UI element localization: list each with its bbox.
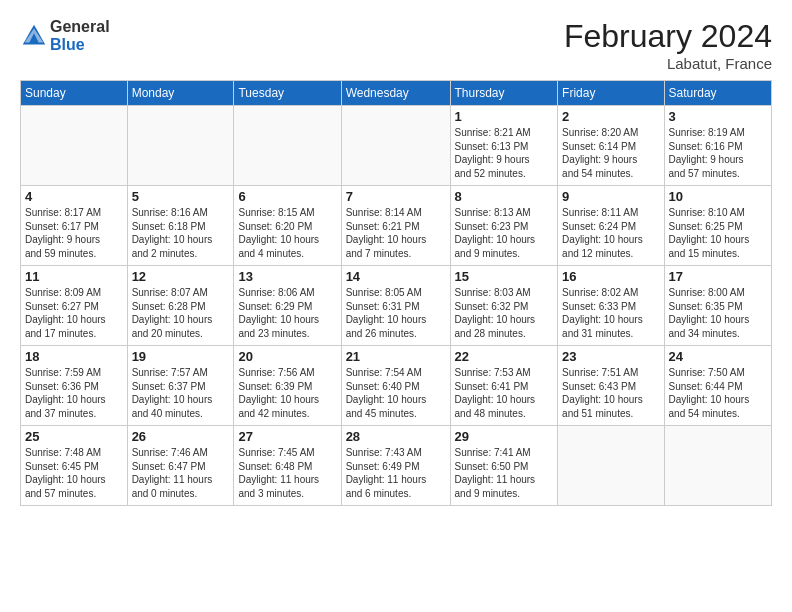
day-number: 24 xyxy=(669,349,767,364)
day-number: 13 xyxy=(238,269,336,284)
day-number: 5 xyxy=(132,189,230,204)
day-info: Sunrise: 7:59 AM Sunset: 6:36 PM Dayligh… xyxy=(25,366,123,420)
title-area: February 2024 Labatut, France xyxy=(564,18,772,72)
header-tuesday: Tuesday xyxy=(234,81,341,106)
day-number: 16 xyxy=(562,269,659,284)
header: General Blue February 2024 Labatut, Fran… xyxy=(20,18,772,72)
day-info: Sunrise: 8:03 AM Sunset: 6:32 PM Dayligh… xyxy=(455,286,554,340)
day-info: Sunrise: 7:50 AM Sunset: 6:44 PM Dayligh… xyxy=(669,366,767,420)
day-info: Sunrise: 8:13 AM Sunset: 6:23 PM Dayligh… xyxy=(455,206,554,260)
day-info: Sunrise: 8:05 AM Sunset: 6:31 PM Dayligh… xyxy=(346,286,446,340)
calendar-day-cell: 1Sunrise: 8:21 AM Sunset: 6:13 PM Daylig… xyxy=(450,106,558,186)
calendar-day-cell: 20Sunrise: 7:56 AM Sunset: 6:39 PM Dayli… xyxy=(234,346,341,426)
calendar-day-cell: 24Sunrise: 7:50 AM Sunset: 6:44 PM Dayli… xyxy=(664,346,771,426)
calendar-day-cell: 27Sunrise: 7:45 AM Sunset: 6:48 PM Dayli… xyxy=(234,426,341,506)
day-number: 12 xyxy=(132,269,230,284)
logo-general-text: General xyxy=(50,18,110,36)
calendar-day-cell: 16Sunrise: 8:02 AM Sunset: 6:33 PM Dayli… xyxy=(558,266,664,346)
day-number: 2 xyxy=(562,109,659,124)
calendar-week-row: 25Sunrise: 7:48 AM Sunset: 6:45 PM Dayli… xyxy=(21,426,772,506)
day-info: Sunrise: 8:16 AM Sunset: 6:18 PM Dayligh… xyxy=(132,206,230,260)
day-number: 1 xyxy=(455,109,554,124)
day-number: 15 xyxy=(455,269,554,284)
month-title: February 2024 xyxy=(564,18,772,55)
day-number: 25 xyxy=(25,429,123,444)
calendar-day-cell: 19Sunrise: 7:57 AM Sunset: 6:37 PM Dayli… xyxy=(127,346,234,426)
day-info: Sunrise: 8:10 AM Sunset: 6:25 PM Dayligh… xyxy=(669,206,767,260)
day-number: 26 xyxy=(132,429,230,444)
calendar-day-cell: 7Sunrise: 8:14 AM Sunset: 6:21 PM Daylig… xyxy=(341,186,450,266)
day-info: Sunrise: 8:06 AM Sunset: 6:29 PM Dayligh… xyxy=(238,286,336,340)
calendar-day-cell: 28Sunrise: 7:43 AM Sunset: 6:49 PM Dayli… xyxy=(341,426,450,506)
calendar-day-cell: 21Sunrise: 7:54 AM Sunset: 6:40 PM Dayli… xyxy=(341,346,450,426)
day-number: 6 xyxy=(238,189,336,204)
day-number: 7 xyxy=(346,189,446,204)
header-friday: Friday xyxy=(558,81,664,106)
calendar-day-cell: 17Sunrise: 8:00 AM Sunset: 6:35 PM Dayli… xyxy=(664,266,771,346)
calendar-day-cell: 11Sunrise: 8:09 AM Sunset: 6:27 PM Dayli… xyxy=(21,266,128,346)
header-saturday: Saturday xyxy=(664,81,771,106)
day-info: Sunrise: 7:54 AM Sunset: 6:40 PM Dayligh… xyxy=(346,366,446,420)
calendar-day-cell: 25Sunrise: 7:48 AM Sunset: 6:45 PM Dayli… xyxy=(21,426,128,506)
calendar-week-row: 4Sunrise: 8:17 AM Sunset: 6:17 PM Daylig… xyxy=(21,186,772,266)
day-info: Sunrise: 7:53 AM Sunset: 6:41 PM Dayligh… xyxy=(455,366,554,420)
calendar-week-row: 11Sunrise: 8:09 AM Sunset: 6:27 PM Dayli… xyxy=(21,266,772,346)
calendar-day-cell: 26Sunrise: 7:46 AM Sunset: 6:47 PM Dayli… xyxy=(127,426,234,506)
day-number: 9 xyxy=(562,189,659,204)
day-number: 23 xyxy=(562,349,659,364)
day-number: 10 xyxy=(669,189,767,204)
day-number: 28 xyxy=(346,429,446,444)
day-info: Sunrise: 8:20 AM Sunset: 6:14 PM Dayligh… xyxy=(562,126,659,180)
calendar-day-cell: 22Sunrise: 7:53 AM Sunset: 6:41 PM Dayli… xyxy=(450,346,558,426)
logo: General Blue xyxy=(20,18,110,53)
calendar-day-cell xyxy=(664,426,771,506)
day-number: 17 xyxy=(669,269,767,284)
calendar-week-row: 18Sunrise: 7:59 AM Sunset: 6:36 PM Dayli… xyxy=(21,346,772,426)
day-info: Sunrise: 7:43 AM Sunset: 6:49 PM Dayligh… xyxy=(346,446,446,500)
day-info: Sunrise: 8:00 AM Sunset: 6:35 PM Dayligh… xyxy=(669,286,767,340)
calendar-day-cell: 8Sunrise: 8:13 AM Sunset: 6:23 PM Daylig… xyxy=(450,186,558,266)
day-info: Sunrise: 7:51 AM Sunset: 6:43 PM Dayligh… xyxy=(562,366,659,420)
calendar-week-row: 1Sunrise: 8:21 AM Sunset: 6:13 PM Daylig… xyxy=(21,106,772,186)
day-info: Sunrise: 8:09 AM Sunset: 6:27 PM Dayligh… xyxy=(25,286,123,340)
calendar-day-cell: 23Sunrise: 7:51 AM Sunset: 6:43 PM Dayli… xyxy=(558,346,664,426)
day-info: Sunrise: 8:02 AM Sunset: 6:33 PM Dayligh… xyxy=(562,286,659,340)
day-number: 8 xyxy=(455,189,554,204)
day-info: Sunrise: 8:21 AM Sunset: 6:13 PM Dayligh… xyxy=(455,126,554,180)
header-sunday: Sunday xyxy=(21,81,128,106)
calendar-day-cell: 10Sunrise: 8:10 AM Sunset: 6:25 PM Dayli… xyxy=(664,186,771,266)
calendar-day-cell xyxy=(558,426,664,506)
page: General Blue February 2024 Labatut, Fran… xyxy=(0,0,792,516)
day-info: Sunrise: 7:46 AM Sunset: 6:47 PM Dayligh… xyxy=(132,446,230,500)
header-wednesday: Wednesday xyxy=(341,81,450,106)
calendar-header-row: Sunday Monday Tuesday Wednesday Thursday… xyxy=(21,81,772,106)
calendar-table: Sunday Monday Tuesday Wednesday Thursday… xyxy=(20,80,772,506)
day-info: Sunrise: 8:19 AM Sunset: 6:16 PM Dayligh… xyxy=(669,126,767,180)
calendar-day-cell: 6Sunrise: 8:15 AM Sunset: 6:20 PM Daylig… xyxy=(234,186,341,266)
logo-blue-text: Blue xyxy=(50,36,110,54)
calendar-day-cell: 5Sunrise: 8:16 AM Sunset: 6:18 PM Daylig… xyxy=(127,186,234,266)
calendar-day-cell: 14Sunrise: 8:05 AM Sunset: 6:31 PM Dayli… xyxy=(341,266,450,346)
calendar-day-cell: 15Sunrise: 8:03 AM Sunset: 6:32 PM Dayli… xyxy=(450,266,558,346)
day-info: Sunrise: 7:45 AM Sunset: 6:48 PM Dayligh… xyxy=(238,446,336,500)
day-info: Sunrise: 7:41 AM Sunset: 6:50 PM Dayligh… xyxy=(455,446,554,500)
calendar-day-cell xyxy=(127,106,234,186)
day-number: 19 xyxy=(132,349,230,364)
day-number: 14 xyxy=(346,269,446,284)
calendar-day-cell: 4Sunrise: 8:17 AM Sunset: 6:17 PM Daylig… xyxy=(21,186,128,266)
calendar-day-cell xyxy=(234,106,341,186)
calendar-day-cell xyxy=(341,106,450,186)
day-info: Sunrise: 8:15 AM Sunset: 6:20 PM Dayligh… xyxy=(238,206,336,260)
calendar-day-cell: 29Sunrise: 7:41 AM Sunset: 6:50 PM Dayli… xyxy=(450,426,558,506)
header-thursday: Thursday xyxy=(450,81,558,106)
day-info: Sunrise: 8:14 AM Sunset: 6:21 PM Dayligh… xyxy=(346,206,446,260)
calendar-day-cell: 13Sunrise: 8:06 AM Sunset: 6:29 PM Dayli… xyxy=(234,266,341,346)
day-number: 3 xyxy=(669,109,767,124)
calendar-day-cell xyxy=(21,106,128,186)
day-info: Sunrise: 8:11 AM Sunset: 6:24 PM Dayligh… xyxy=(562,206,659,260)
day-info: Sunrise: 7:56 AM Sunset: 6:39 PM Dayligh… xyxy=(238,366,336,420)
day-number: 4 xyxy=(25,189,123,204)
calendar-day-cell: 12Sunrise: 8:07 AM Sunset: 6:28 PM Dayli… xyxy=(127,266,234,346)
calendar-day-cell: 2Sunrise: 8:20 AM Sunset: 6:14 PM Daylig… xyxy=(558,106,664,186)
day-info: Sunrise: 7:57 AM Sunset: 6:37 PM Dayligh… xyxy=(132,366,230,420)
